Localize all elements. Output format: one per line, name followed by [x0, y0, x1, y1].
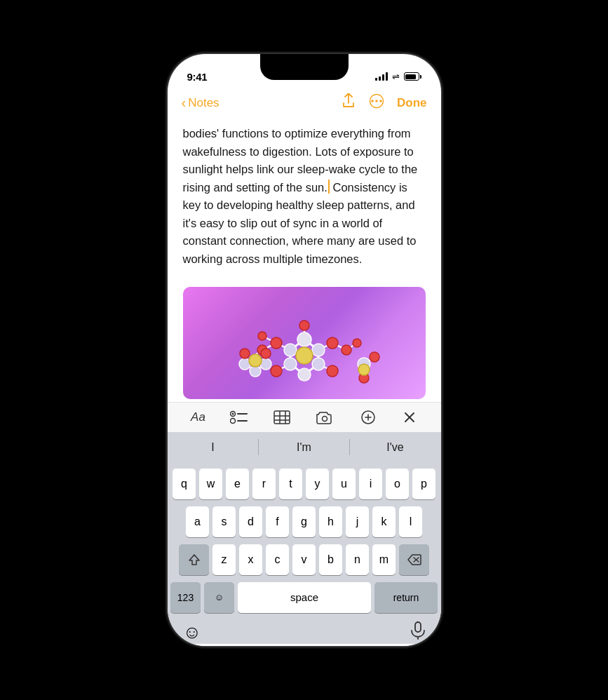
camera-button[interactable] — [316, 410, 334, 425]
svg-point-24 — [312, 358, 325, 370]
more-icon[interactable] — [369, 93, 384, 112]
svg-point-51 — [358, 364, 370, 375]
key-s[interactable]: s — [212, 506, 236, 537]
key-g[interactable]: g — [292, 506, 316, 537]
key-c[interactable]: c — [266, 544, 289, 575]
svg-point-32 — [327, 365, 338, 377]
key-h[interactable]: h — [319, 506, 342, 537]
markup-icon — [359, 410, 377, 425]
svg-rect-68 — [415, 622, 421, 632]
keyboard-row-4: 123 ☺ space return — [170, 582, 438, 613]
svg-point-29 — [327, 337, 338, 349]
space-key[interactable]: space — [238, 582, 371, 613]
predictive-suggestion-1[interactable]: I — [168, 434, 259, 461]
font-icon: Aa — [191, 410, 205, 424]
key-r[interactable]: r — [252, 469, 276, 499]
keyboard-row-3: z x c v b n m — [170, 544, 438, 575]
signal-bar-3 — [382, 74, 384, 81]
done-button[interactable]: Done — [397, 96, 427, 110]
key-o[interactable]: o — [386, 469, 409, 499]
key-y[interactable]: y — [306, 469, 329, 499]
signal-bar-1 — [375, 78, 377, 81]
key-x[interactable]: x — [239, 544, 262, 575]
signal-bars-icon — [375, 72, 388, 81]
key-t[interactable]: t — [279, 469, 302, 499]
svg-point-53 — [232, 412, 234, 415]
battery-fill — [405, 74, 416, 79]
signal-bar-2 — [379, 76, 381, 81]
keyboard[interactable]: q w e r t y u i o p a s d f g h j k l — [168, 463, 441, 619]
camera-icon — [316, 410, 334, 425]
key-u[interactable]: u — [332, 469, 356, 499]
key-e[interactable]: e — [226, 469, 249, 499]
table-icon — [273, 410, 291, 425]
battery-body — [404, 72, 419, 81]
svg-point-2 — [379, 100, 382, 102]
note-text-content[interactable]: bodies' functions to optimize everything… — [168, 119, 441, 277]
back-button[interactable]: ‹ Notes — [182, 95, 219, 111]
svg-point-62 — [323, 416, 327, 421]
key-a[interactable]: a — [186, 506, 209, 537]
svg-point-0 — [371, 100, 374, 102]
text-cursor — [328, 180, 330, 194]
key-n[interactable]: n — [346, 544, 369, 575]
key-w[interactable]: w — [199, 469, 222, 499]
signal-bar-4 — [386, 72, 388, 81]
predictive-suggestion-2[interactable]: I'm — [259, 434, 350, 461]
note-image — [183, 287, 426, 399]
svg-point-33 — [299, 321, 309, 330]
svg-point-49 — [370, 352, 379, 362]
table-button[interactable] — [273, 410, 291, 425]
key-k[interactable]: k — [372, 506, 396, 537]
predictive-bar: I I'm I've — [168, 432, 441, 463]
key-b[interactable]: b — [319, 544, 342, 575]
notch — [260, 54, 349, 80]
key-f[interactable]: f — [266, 506, 289, 537]
key-m[interactable]: m — [372, 544, 396, 575]
home-indicator — [168, 644, 441, 647]
svg-point-1 — [375, 100, 378, 102]
status-bar: 9:41 ⇌ — [168, 54, 441, 89]
key-d[interactable]: d — [239, 506, 262, 537]
svg-point-25 — [298, 368, 311, 381]
svg-point-43 — [240, 349, 250, 358]
bottom-icons-row: ☺ — [168, 619, 441, 644]
numbers-key[interactable]: 123 — [170, 582, 201, 613]
key-v[interactable]: v — [292, 544, 316, 575]
delete-key[interactable] — [399, 544, 429, 575]
microphone-button[interactable] — [410, 621, 426, 644]
key-q[interactable]: q — [173, 469, 196, 499]
svg-point-22 — [312, 344, 325, 356]
predictive-suggestion-3[interactable]: I've — [350, 434, 441, 461]
emoji-face-button[interactable]: ☺ — [183, 621, 202, 643]
note-text: bodies' functions to optimize everything… — [183, 127, 418, 265]
shift-key[interactable] — [179, 544, 209, 575]
battery-icon — [404, 72, 421, 81]
svg-point-21 — [284, 344, 297, 356]
share-icon[interactable] — [341, 93, 356, 112]
svg-point-26 — [296, 347, 313, 364]
chevron-left-icon: ‹ — [182, 95, 187, 111]
key-p[interactable]: p — [412, 469, 435, 499]
return-key[interactable]: return — [374, 582, 438, 613]
key-l[interactable]: l — [399, 506, 422, 537]
close-toolbar-button[interactable] — [402, 410, 417, 425]
checklist-icon — [230, 410, 248, 425]
svg-point-20 — [297, 332, 311, 346]
svg-rect-57 — [274, 411, 290, 424]
wifi-icon: ⇌ — [392, 72, 400, 82]
checklist-button[interactable] — [230, 410, 248, 425]
back-label: Notes — [188, 96, 219, 110]
key-z[interactable]: z — [212, 544, 236, 575]
markup-button[interactable] — [359, 410, 377, 425]
close-icon — [402, 410, 417, 425]
nav-actions: Done — [341, 93, 427, 112]
font-format-button[interactable]: Aa — [191, 410, 205, 424]
nav-bar: ‹ Notes Done — [168, 89, 441, 119]
key-i[interactable]: i — [359, 469, 382, 499]
emoji-key[interactable]: ☺ — [204, 582, 234, 613]
key-j[interactable]: j — [346, 506, 369, 537]
keyboard-row-2: a s d f g h j k l — [170, 506, 438, 537]
formatting-toolbar: Aa — [168, 402, 441, 432]
svg-point-27 — [271, 337, 282, 349]
